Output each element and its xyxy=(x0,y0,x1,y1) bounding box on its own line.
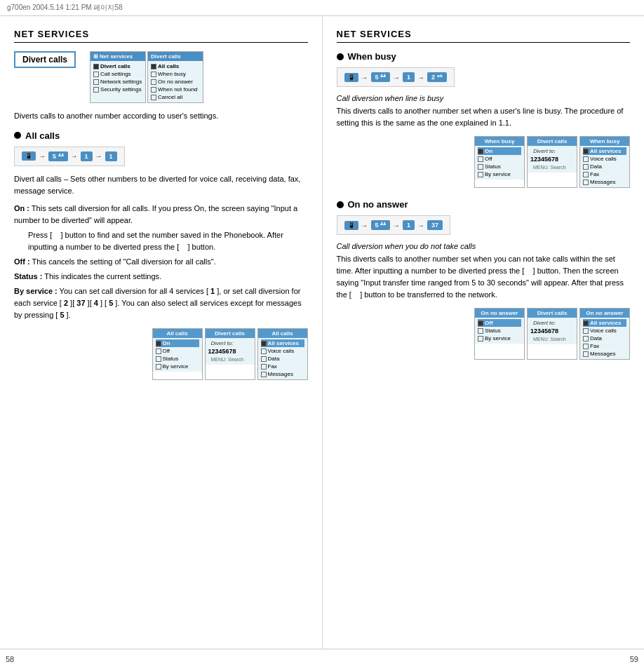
all-calls-title: All calls xyxy=(14,130,308,141)
screen-when-busy-middle: Divert calls Divert to: 12345678 MENU: S… xyxy=(527,136,577,188)
checkbox-network xyxy=(93,79,99,85)
when-busy-caption: Call diversion when line is busy xyxy=(337,94,631,102)
when-busy-bullet xyxy=(337,53,344,60)
menu-item-network: Network settings xyxy=(93,78,142,86)
checkbox-security xyxy=(93,87,99,93)
nav-num-1-ona: 1 xyxy=(403,220,415,230)
nav-num-5-wb: 5 ⁴⁴ xyxy=(371,72,391,82)
screen-on-no-answer-left: On no answer Off Status By service xyxy=(474,308,525,360)
nav-num-1a: 1 xyxy=(81,151,93,161)
all-calls-screen-mockup: All calls On Off Status By service Diver… xyxy=(152,328,308,380)
menu-screenshot-top: ⊞ Net services Divert calls Call setting… xyxy=(90,51,203,103)
checkbox-call xyxy=(93,72,99,77)
left-page: NET SERVICES Divert calls ⊞ Net services… xyxy=(0,16,323,649)
menu-item-divert: Divert calls xyxy=(93,62,142,70)
menu-box-net-services: ⊞ Net services Divert calls Call setting… xyxy=(90,51,146,103)
nav-icon-phone-ona: 📱 xyxy=(344,221,358,230)
nav-num-2-wb: 2 ᵃᵇ xyxy=(427,72,447,82)
on-no-answer-caption: Call diversion when you do not take call… xyxy=(337,242,631,250)
screen-when-busy-right: When busy All services Voice calls Data … xyxy=(579,136,630,188)
net-services-icon: ⊞ xyxy=(93,53,98,60)
all-calls-bullet xyxy=(14,132,21,139)
menu-item-whennotfound: When not found xyxy=(151,86,200,93)
nav-num-5: 5 ⁴⁴ xyxy=(48,151,68,161)
when-busy-desc: This diverts calls to another number set… xyxy=(337,105,631,129)
on-no-answer-nav-diagram: 📱 → 5 ⁴⁴ → 1 → 37 xyxy=(337,215,451,235)
left-section-title: NET SERVICES xyxy=(14,29,308,43)
menu-item-call: Call settings xyxy=(93,70,142,78)
top-bar: g700en 2004.5.14 1:21 PM 페이지58 xyxy=(0,0,644,16)
menu-box-divert-calls: Divert calls All calls When busy xyxy=(147,51,203,103)
menu-item-security: Security settings xyxy=(93,86,142,93)
screen-when-busy-left: When busy On Off Status By service xyxy=(474,136,525,188)
menu-item-allcalls: All calls xyxy=(151,62,200,70)
when-busy-section: When busy xyxy=(337,51,631,62)
menu-item-cancelall: Cancel all xyxy=(151,93,200,101)
bottom-bar: 58 59 xyxy=(0,649,644,669)
nav-icon-phone: 📱 xyxy=(22,151,36,161)
when-busy-nav-diagram: 📱 → 5 ⁴⁴ → 1 → 2 ᵃᵇ xyxy=(337,67,455,87)
all-calls-caption: Divert all calls – Sets other numbers to… xyxy=(14,173,308,197)
right-page-number: 59 xyxy=(624,649,644,669)
right-page: NET SERVICES When busy 📱 → 5 ⁴⁴ → 1 → 2 … xyxy=(323,16,645,649)
when-busy-screen-mockup: When busy On Off Status By service Diver… xyxy=(474,136,630,188)
all-calls-body: On : This sets call diversion for all ca… xyxy=(14,203,308,321)
on-no-answer-title: On no answer xyxy=(337,199,631,210)
on-no-answer-desc: This diverts calls to another number set… xyxy=(337,253,631,301)
nav-num-37-ona: 37 xyxy=(427,220,443,230)
all-calls-nav-diagram: 📱 → 5 ⁴⁴ → 1 → 1 xyxy=(14,147,125,166)
left-page-number: 58 xyxy=(0,649,20,669)
menu-item-onnoanswer: On no answer xyxy=(151,78,200,86)
all-calls-section: All calls xyxy=(14,130,308,141)
screen-on-no-answer-middle: Divert calls Divert to: 12345678 MENU: S… xyxy=(527,308,577,360)
on-no-answer-bullet xyxy=(337,201,344,208)
nav-icon-phone-wb: 📱 xyxy=(344,73,358,82)
checkbox-divert xyxy=(93,64,99,69)
nav-num-1-wb: 1 xyxy=(403,72,415,82)
screen-on-no-answer-right: On no answer All services Voice calls Da… xyxy=(579,308,630,360)
menu-item-whenbusy: When busy xyxy=(151,70,200,78)
divert-calls-label: Divert calls xyxy=(14,51,76,68)
on-no-answer-section: On no answer xyxy=(337,199,631,210)
on-no-answer-screen-mockup: On no answer Off Status By service Diver… xyxy=(474,308,630,360)
right-section-title: NET SERVICES xyxy=(337,29,631,43)
description-text: Diverts calls to another number accordin… xyxy=(14,110,308,122)
screen-all-calls-middle: Divert calls Divert to: 12345678 MENU: S… xyxy=(205,328,255,380)
nav-num-5-ona: 5 ⁴⁴ xyxy=(371,220,391,230)
divert-calls-header: Divert calls ⊞ Net services Divert calls xyxy=(14,51,308,103)
screen-all-calls-left: All calls On Off Status By service xyxy=(152,328,203,380)
nav-num-1b: 1 xyxy=(105,151,117,161)
when-busy-title: When busy xyxy=(337,51,631,62)
screen-all-calls-right: All calls All services Voice calls Data … xyxy=(257,328,308,380)
